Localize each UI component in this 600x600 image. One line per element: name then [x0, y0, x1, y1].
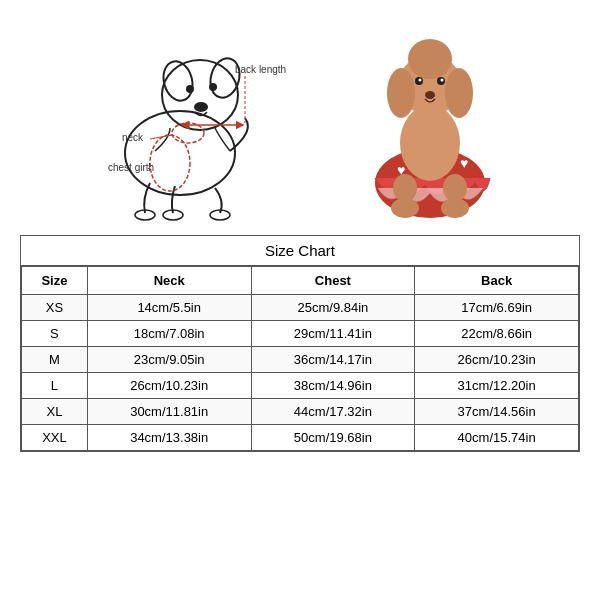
table-body: XS14cm/5.5in25cm/9.84in17cm/6.69inS18cm/… — [22, 295, 579, 451]
size-cell: S — [22, 321, 88, 347]
size-chart-container: Size Chart SizeNeckChestBack XS14cm/5.5i… — [20, 235, 580, 452]
column-header: Size — [22, 267, 88, 295]
table-row: XXL34cm/13.38in50cm/19.68in40cm/15.74in — [22, 425, 579, 451]
dog-photo: ♥ ♥ ♥ ♥ — [330, 13, 530, 223]
svg-point-30 — [441, 78, 444, 81]
table-title: Size Chart — [21, 236, 579, 266]
svg-point-26 — [445, 68, 473, 118]
top-section: back length neck chest girth — [0, 0, 600, 230]
svg-point-25 — [387, 68, 415, 118]
measurement-cell: 31cm/12.20in — [415, 373, 579, 399]
measurement-cell: 34cm/13.38in — [87, 425, 251, 451]
measurement-cell: 29cm/11.41in — [251, 321, 415, 347]
measurement-cell: 40cm/15.74in — [415, 425, 579, 451]
svg-point-0 — [125, 111, 235, 195]
table-head: SizeNeckChestBack — [22, 267, 579, 295]
svg-text:♥: ♥ — [460, 155, 468, 171]
dog-diagram-svg: back length neck chest girth — [70, 13, 310, 223]
measurement-cell: 18cm/7.08in — [87, 321, 251, 347]
size-cell: M — [22, 347, 88, 373]
poodle-svg: ♥ ♥ ♥ ♥ — [335, 13, 525, 223]
measurement-cell: 26cm/10.23in — [415, 347, 579, 373]
svg-point-35 — [443, 174, 467, 202]
measurement-cell: 17cm/6.69in — [415, 295, 579, 321]
table-row: L26cm/10.23in38cm/14.96in31cm/12.20in — [22, 373, 579, 399]
measurement-cell: 22cm/8.66in — [415, 321, 579, 347]
svg-point-24 — [408, 39, 452, 79]
back-length-label: back length — [235, 64, 286, 75]
svg-point-4 — [186, 85, 194, 93]
svg-point-6 — [194, 102, 208, 112]
svg-point-5 — [209, 83, 217, 91]
column-header: Chest — [251, 267, 415, 295]
measurement-cell: 14cm/5.5in — [87, 295, 251, 321]
measurement-cell: 26cm/10.23in — [87, 373, 251, 399]
measurement-cell: 37cm/14.56in — [415, 399, 579, 425]
size-cell: XS — [22, 295, 88, 321]
table-row: M23cm/9.05in36cm/14.17in26cm/10.23in — [22, 347, 579, 373]
size-cell: L — [22, 373, 88, 399]
size-cell: XL — [22, 399, 88, 425]
svg-point-1 — [162, 60, 238, 130]
svg-point-31 — [425, 91, 435, 99]
measurement-cell: 50cm/19.68in — [251, 425, 415, 451]
column-header: Back — [415, 267, 579, 295]
table-row: S18cm/7.08in29cm/11.41in22cm/8.66in — [22, 321, 579, 347]
table-row: XS14cm/5.5in25cm/9.84in17cm/6.69in — [22, 295, 579, 321]
measurement-cell: 23cm/9.05in — [87, 347, 251, 373]
measurement-cell: 38cm/14.96in — [251, 373, 415, 399]
chest-girth-label: chest girth — [108, 162, 154, 173]
measurement-cell: 36cm/14.17in — [251, 347, 415, 373]
measurement-cell: 44cm/17.32in — [251, 399, 415, 425]
table-row: XL30cm/11.81in44cm/17.32in37cm/14.56in — [22, 399, 579, 425]
dog-diagram: back length neck chest girth — [70, 13, 310, 223]
neck-label: neck — [122, 132, 144, 143]
size-table: SizeNeckChestBack XS14cm/5.5in25cm/9.84i… — [21, 266, 579, 451]
size-cell: XXL — [22, 425, 88, 451]
measurement-cell: 30cm/11.81in — [87, 399, 251, 425]
svg-point-34 — [393, 174, 417, 202]
svg-point-22 — [400, 105, 460, 181]
column-header: Neck — [87, 267, 251, 295]
table-header-row: SizeNeckChestBack — [22, 267, 579, 295]
measurement-cell: 25cm/9.84in — [251, 295, 415, 321]
svg-point-12 — [172, 123, 204, 143]
svg-point-29 — [419, 78, 422, 81]
page: back length neck chest girth — [0, 0, 600, 600]
